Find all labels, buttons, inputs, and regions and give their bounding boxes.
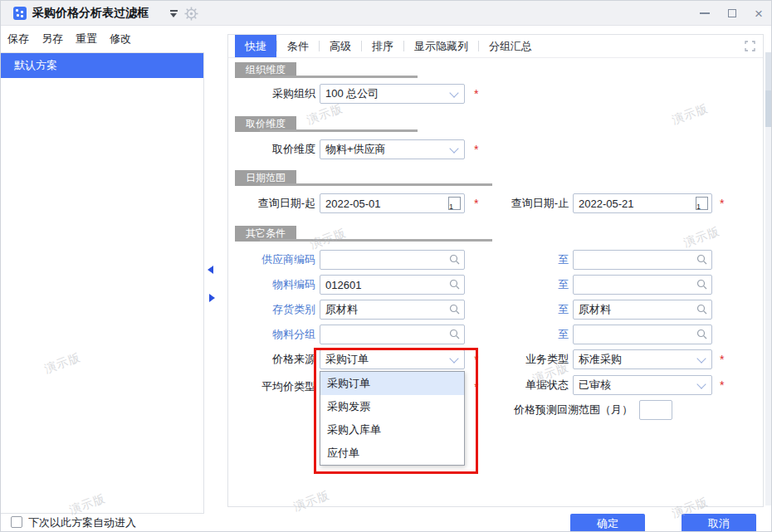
material-code-field — [320, 275, 465, 295]
pricing-dimension-value: 物料+供应商 — [320, 140, 464, 159]
pricing-dimension-label: 取价维度 — [228, 139, 315, 159]
price-source-select[interactable]: 采购订单 — [320, 349, 465, 369]
tab-show-hide-columns[interactable]: 显示隐藏列 — [404, 35, 478, 57]
doc-status-label: 单据状态 — [494, 375, 569, 395]
section-underline — [260, 239, 492, 242]
doc-status-select[interactable]: 已审核 — [573, 375, 712, 395]
tab-advanced[interactable]: 高级 — [320, 35, 361, 57]
search-icon[interactable] — [696, 329, 707, 339]
search-icon[interactable] — [696, 304, 707, 315]
scheme-list: 默认方案 — [1, 52, 204, 514]
required-marker: * — [474, 139, 478, 159]
inventory-category-label[interactable]: 存货类别 — [228, 300, 315, 320]
auto-enter-checkbox[interactable] — [11, 516, 22, 528]
required-marker: * — [720, 349, 724, 369]
maximize-icon[interactable] — [728, 9, 736, 17]
toolbar-collapse-icon[interactable] — [170, 10, 178, 17]
business-type-select[interactable]: 标准采购 — [573, 349, 712, 369]
tab-quick[interactable]: 快捷 — [235, 35, 276, 57]
price-source-dropdown: 采购订单 采购发票 采购入库单 应付单 — [320, 371, 465, 466]
date-to-label: 查询日期-止 — [494, 193, 569, 213]
search-icon[interactable] — [449, 279, 460, 290]
pricing-dimension-select[interactable]: 物料+供应商 — [320, 139, 465, 159]
material-code-input[interactable] — [320, 276, 464, 294]
material-group-input[interactable] — [320, 325, 464, 344]
required-marker: * — [720, 193, 724, 213]
date-from-input[interactable] — [320, 194, 464, 212]
required-marker: * — [474, 84, 478, 104]
expand-right-icon[interactable] — [209, 294, 215, 302]
modify-button[interactable]: 修改 — [110, 32, 131, 46]
section-underline — [260, 129, 418, 132]
tab-condition[interactable]: 条件 — [277, 35, 319, 57]
tab-sort[interactable]: 排序 — [362, 35, 403, 57]
section-underline — [260, 183, 492, 186]
search-icon[interactable] — [449, 304, 460, 315]
search-icon[interactable] — [449, 329, 460, 339]
ok-button[interactable]: 确定 — [570, 514, 645, 532]
auto-enter-label: 下次以此方案自动进入 — [28, 515, 136, 530]
scrollbar-thumb[interactable] — [765, 90, 772, 127]
scheme-item-default[interactable]: 默认方案 — [1, 53, 203, 78]
dropdown-option-purchase-order[interactable]: 采购订单 — [320, 372, 464, 395]
purchase-org-select[interactable]: 100 总公司 — [320, 84, 465, 104]
calendar-icon[interactable]: 1 — [696, 197, 708, 210]
inventory-category-to-field — [573, 300, 712, 320]
filter-dialog-window: 采购价格分析表过滤框 × 保存 另存 重置 修改 默认方案 快捷 — [0, 0, 772, 532]
material-group-label[interactable]: 物料分组 — [228, 325, 315, 344]
supplier-code-to-field — [573, 250, 712, 270]
cancel-button[interactable]: 取消 — [682, 514, 756, 532]
material-code-label[interactable]: 物料编码 — [228, 275, 315, 295]
dropdown-option-purchase-invoice[interactable]: 采购发票 — [320, 395, 464, 418]
fullscreen-icon[interactable] — [745, 41, 755, 51]
required-marker: * — [720, 375, 724, 395]
app-logo-icon — [13, 7, 27, 20]
price-source-label: 价格来源 — [228, 349, 315, 369]
required-marker: * — [474, 193, 478, 213]
inventory-category-input[interactable] — [320, 300, 464, 319]
material-code-to-field — [573, 275, 712, 295]
material-group-to-label: 至 — [494, 325, 569, 344]
forecast-range-label: 价格预测回溯范围（月） — [486, 400, 633, 420]
material-group-field — [320, 325, 465, 344]
dropdown-option-payable[interactable]: 应付单 — [320, 442, 464, 465]
supplier-code-to-input[interactable] — [574, 251, 711, 269]
save-button[interactable]: 保存 — [7, 32, 29, 46]
price-source-value: 采购订单 — [320, 350, 464, 368]
forecast-range-input[interactable] — [640, 401, 672, 419]
date-from-field: 1 — [320, 193, 465, 213]
gear-icon[interactable] — [184, 7, 198, 21]
supplier-code-label[interactable]: 供应商编码 — [228, 250, 315, 270]
material-code-to-label: 至 — [494, 275, 569, 295]
business-type-value: 标准采购 — [574, 350, 711, 368]
minimize-icon[interactable] — [700, 12, 710, 14]
close-icon[interactable]: × — [755, 7, 763, 21]
collapse-left-icon[interactable] — [208, 266, 213, 274]
material-group-to-field — [573, 325, 712, 344]
business-type-label: 业务类型 — [494, 349, 569, 369]
reset-button[interactable]: 重置 — [76, 32, 97, 46]
tab-group-summary[interactable]: 分组汇总 — [479, 35, 542, 57]
scrollbar-thumb[interactable] — [765, 52, 772, 90]
supplier-code-input[interactable] — [320, 251, 464, 269]
section-underline — [260, 76, 418, 78]
dropdown-option-purchase-receipt[interactable]: 采购入库单 — [320, 418, 464, 442]
supplier-code-field — [320, 250, 465, 270]
supplier-code-to-label: 至 — [494, 250, 569, 270]
calendar-icon[interactable]: 1 — [448, 197, 461, 210]
date-to-input[interactable] — [574, 194, 711, 212]
window-title: 采购价格分析表过滤框 — [32, 6, 149, 21]
inventory-category-to-input[interactable] — [574, 300, 711, 319]
material-group-to-input[interactable] — [574, 325, 711, 344]
material-code-to-input[interactable] — [574, 276, 711, 294]
avg-price-type-label: 平均价类型 — [228, 377, 315, 397]
search-icon[interactable] — [696, 254, 707, 265]
search-icon[interactable] — [449, 254, 460, 265]
title-bar: 采购价格分析表过滤框 × — [1, 1, 772, 26]
tab-bar: 快捷 条件 高级 排序 显示隐藏列 分组汇总 — [228, 35, 763, 58]
scheme-toolbar: 保存 另存 重置 修改 — [1, 26, 204, 52]
search-icon[interactable] — [696, 279, 707, 290]
purchase-org-label: 采购组织 — [228, 84, 315, 104]
save-as-button[interactable]: 另存 — [42, 32, 63, 46]
inventory-category-field — [320, 300, 465, 320]
